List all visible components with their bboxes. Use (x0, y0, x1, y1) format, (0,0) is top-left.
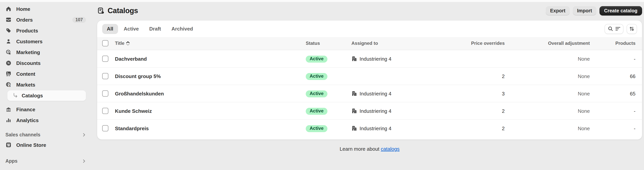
select-all-checkbox[interactable] (102, 40, 108, 46)
overall-adjustment-value: None (505, 125, 590, 131)
company-icon (352, 126, 357, 131)
sidebar-section-sales-channels[interactable]: Sales channels (0, 130, 91, 140)
chevron-right-icon (82, 133, 86, 137)
catalogs-admin-page: Home Orders 107 Products Customers (0, 0, 644, 170)
sidebar-item-finance[interactable]: Finance (0, 104, 91, 115)
column-overall-adjustment: Overall adjustment (505, 41, 590, 46)
overall-adjustment-value: None (505, 108, 590, 114)
overall-adjustment-value: None (505, 73, 590, 79)
filter-tabs: All Active Draft Archived (102, 24, 198, 34)
sidebar-item-label: Marketing (16, 49, 40, 55)
header-actions: Export Import Create catalog (546, 6, 642, 15)
company-icon (352, 56, 357, 61)
page-title: Catalogs (97, 6, 138, 15)
customers-icon (6, 38, 12, 44)
table-row[interactable]: Kunde Schweiz Active Industriering 4 2 N… (97, 102, 642, 119)
assigned-company: Industriering 4 (352, 125, 445, 131)
price-overrides-value: 2 (445, 73, 505, 79)
marketing-icon (6, 49, 12, 55)
footer-note: Learn more about catalogs (97, 146, 642, 152)
products-value: 66 (590, 73, 636, 79)
sidebar-item-marketing[interactable]: Marketing (0, 47, 91, 58)
online-store-icon (6, 142, 12, 148)
price-overrides-value: 3 (445, 91, 505, 96)
export-button[interactable]: Export (546, 6, 570, 15)
row-checkbox[interactable] (102, 73, 108, 79)
row-checkbox[interactable] (102, 90, 108, 97)
sidebar-section-apps[interactable]: Apps (0, 157, 91, 166)
home-icon (6, 6, 12, 12)
toolbar-actions (604, 24, 637, 34)
sort-arrows-icon (629, 26, 634, 31)
tab-draft[interactable]: Draft (144, 24, 166, 34)
catalog-title[interactable]: Discount group 5% (115, 73, 306, 79)
sidebar-item-customers[interactable]: Customers (0, 36, 91, 47)
sidebar-item-label: Finance (16, 106, 35, 112)
company-icon (352, 108, 357, 114)
sidebar-item-analytics[interactable]: Analytics (0, 115, 91, 126)
search-icon (608, 26, 613, 31)
column-assigned-to: Assigned to (352, 41, 445, 46)
search-and-filter-button[interactable] (604, 24, 624, 34)
table-row[interactable]: Dachverband Active Industriering 4 None … (97, 50, 642, 67)
table-header-row: Title Status Assigned to Price overrides… (97, 37, 642, 50)
row-checkbox[interactable] (102, 108, 108, 114)
discounts-icon (6, 60, 12, 66)
section-label: Sales channels (6, 132, 40, 138)
products-value: - (590, 108, 636, 114)
sidebar-item-catalogs-selected[interactable]: Catalogs (7, 90, 86, 101)
status-badge: Active (306, 108, 328, 115)
catalog-title[interactable]: Großhandelskunden (115, 91, 306, 96)
create-catalog-button[interactable]: Create catalog (600, 6, 642, 15)
assigned-company: Industriering 4 (352, 56, 445, 62)
status-badge: Active (306, 90, 328, 97)
tab-all[interactable]: All (102, 24, 118, 34)
status-badge: Active (306, 56, 328, 63)
column-title: Title (115, 41, 124, 46)
import-button[interactable]: Import (573, 6, 596, 15)
catalogs-help-link[interactable]: catalogs (381, 146, 400, 152)
company-icon (352, 91, 357, 96)
products-value: - (590, 125, 636, 131)
sidebar-item-label: Home (16, 6, 30, 12)
catalogs-index-card: All Active Draft Archived (97, 20, 642, 140)
sort-direction-icon[interactable] (126, 41, 130, 45)
row-checkbox[interactable] (102, 56, 108, 62)
column-price-overrides: Price overrides (445, 41, 505, 46)
overall-adjustment-value: None (505, 56, 590, 62)
section-label: Apps (6, 159, 18, 164)
page-header: Catalogs Export Import Create catalog (97, 5, 642, 16)
tab-archived[interactable]: Archived (167, 24, 198, 34)
sidebar-item-online-store[interactable]: Online Store (0, 140, 91, 150)
catalog-title[interactable]: Dachverband (115, 56, 306, 62)
products-value: 65 (590, 91, 636, 96)
sidebar-item-orders[interactable]: Orders 107 (0, 14, 91, 25)
svg-text:$: $ (9, 84, 10, 87)
sidebar-item-label: Discounts (16, 60, 41, 66)
assigned-company: Industriering 4 (352, 108, 445, 114)
tab-active[interactable]: Active (119, 24, 144, 34)
top-edge-strip (0, 0, 644, 2)
sidebar-item-content[interactable]: Content (0, 68, 91, 79)
row-checkbox[interactable] (102, 125, 108, 131)
sidebar-item-markets[interactable]: $ Markets (0, 79, 91, 90)
orders-icon (6, 17, 12, 23)
table-row[interactable]: Discount group 5% Active 2 None 66 (97, 67, 642, 85)
assigned-company: Industriering 4 (352, 91, 445, 96)
table-row[interactable]: Standardpreis Active Industriering 4 2 N… (97, 119, 642, 137)
sort-button[interactable] (626, 24, 637, 34)
catalog-title[interactable]: Standardpreis (115, 125, 306, 131)
table-row[interactable]: Großhandelskunden Active Industriering 4… (97, 85, 642, 102)
card-toolbar: All Active Draft Archived (97, 20, 642, 37)
sidebar-item-products[interactable]: Products (0, 25, 91, 36)
sub-arrow-icon (13, 93, 18, 98)
sidebar-item-discounts[interactable]: Discounts (0, 58, 91, 68)
sidebar-item-home[interactable]: Home (0, 3, 91, 14)
sidebar-item-label: Online Store (16, 142, 46, 148)
sidebar-item-label: Customers (16, 38, 42, 44)
sidebar-item-label: Markets (16, 82, 35, 88)
catalog-title[interactable]: Kunde Schweiz (115, 108, 306, 114)
sidebar: Home Orders 107 Products Customers (0, 2, 91, 170)
content-icon (6, 71, 12, 77)
sidebar-item-label: Orders (16, 17, 33, 23)
